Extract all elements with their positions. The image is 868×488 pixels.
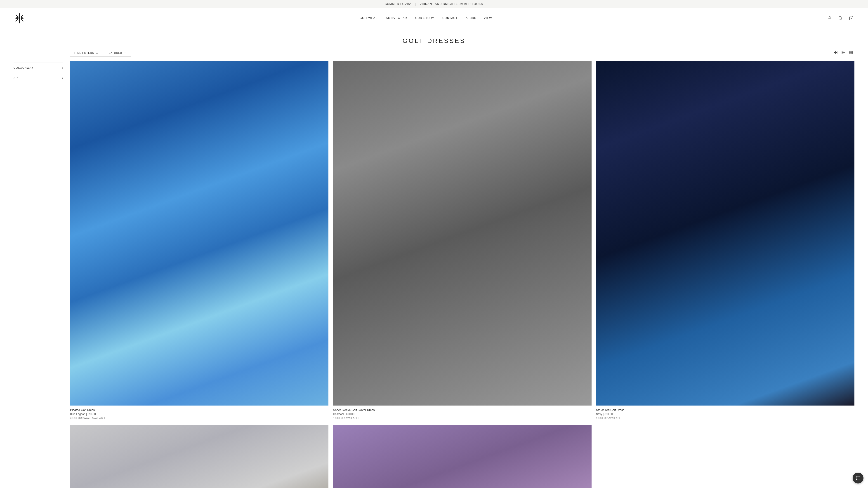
product-card[interactable]: Structured Golf Dress Navy | £90.00 1 CO… [596,61,855,419]
svg-rect-25 [842,53,843,54]
svg-rect-30 [851,51,852,52]
announcement-bar: SUMMER LOVIN' | VIBRANT AND BRIGHT SUMME… [0,0,868,8]
filter-size[interactable]: SIZE › [13,73,63,83]
main-content: COLOURWAY › SIZE › Pleated Golf Dress Bl… [0,61,868,488]
announcement-separator: | [415,2,416,6]
product-image [333,425,591,488]
logo-area[interactable] [13,12,25,24]
svg-marker-6 [21,14,24,17]
svg-marker-7 [16,19,18,22]
product-variant: Blue Lagoon [70,413,85,416]
page-title-section: GOLF DRESSES [0,28,868,49]
svg-rect-38 [851,53,852,54]
svg-point-9 [829,17,831,18]
grid-2col-button[interactable] [832,50,839,56]
svg-marker-3 [20,17,25,19]
svg-marker-4 [19,17,20,19]
site-header: GOLFWEAR ACTIVEWEAR OUR STORY CONTACT A … [0,8,868,28]
filter-bar: HIDE FILTERS FEATURED [0,49,868,57]
nav-activewear[interactable]: ACTIVEWEAR [386,17,407,20]
svg-rect-33 [850,52,851,53]
svg-rect-32 [849,52,850,53]
product-name: Structured Golf Dress [596,408,855,412]
product-card[interactable]: Pleated Golf Dress Docklands | £90.00 3 … [70,425,329,488]
svg-marker-1 [19,19,20,24]
product-colors: 1 COLOR AVAILABLE [596,417,855,419]
product-name: Pleated Golf Dress [70,408,329,412]
product-card[interactable]: Pleated Golf Dress Forget Me Not | £90.0… [333,425,591,488]
svg-rect-28 [849,51,850,52]
product-price: £90.00 [604,413,613,416]
account-icon [827,16,832,20]
svg-rect-26 [843,53,844,54]
svg-rect-36 [849,53,850,54]
grid-3col-icon [841,51,845,55]
svg-rect-20 [834,53,835,54]
svg-rect-37 [850,53,851,54]
chat-icon [856,476,861,481]
featured-button[interactable]: FEATURED [103,49,131,57]
account-button[interactable] [827,15,833,21]
product-detail: Blue Lagoon | £90.00 [70,413,329,416]
cart-button[interactable] [848,15,855,21]
hide-filters-button[interactable]: HIDE FILTERS [70,49,103,57]
nav-golfwear[interactable]: GOLFWEAR [360,17,378,20]
svg-marker-8 [21,19,24,22]
product-price: £90.00 [88,413,96,416]
product-variant: Charcoal [333,413,344,416]
filter-colourway-label: COLOURWAY [13,66,33,69]
product-detail: Navy | £90.00 [596,413,855,416]
chat-button[interactable] [852,473,864,484]
main-nav: GOLFWEAR ACTIVEWEAR OUR STORY CONTACT A … [360,17,492,20]
svg-rect-34 [851,52,852,53]
grid-4col-button[interactable] [848,50,855,56]
svg-rect-24 [844,51,845,52]
page-title: GOLF DRESSES [4,37,864,44]
nav-birdies-view[interactable]: A BIRDIE'S VIEW [466,17,492,20]
svg-rect-22 [842,51,843,52]
nav-our-story[interactable]: OUR STORY [415,17,434,20]
svg-rect-18 [834,51,835,52]
search-icon [838,16,843,20]
product-image [70,61,329,405]
filter-bar-left: HIDE FILTERS FEATURED [70,49,131,57]
product-image-placeholder [333,425,591,488]
product-image [333,61,591,405]
chevron-right-icon: › [62,76,63,80]
product-image [70,425,329,488]
svg-point-10 [839,17,842,20]
svg-marker-5 [16,14,18,17]
grid-4col-icon [849,51,853,55]
filter-icon [95,51,98,55]
product-colors: 3 COLOURWAYS AVAILABLE [70,417,329,419]
product-image [596,61,855,405]
svg-marker-0 [19,13,20,17]
sidebar-filters: COLOURWAY › SIZE › [13,61,63,488]
grid-view-buttons [832,50,855,56]
product-name: Sheer Sleeve Golf Skater Dress [333,408,591,412]
product-image-placeholder [596,61,855,405]
brand-logo [13,12,25,24]
sort-icon [123,51,127,55]
grid-2col-icon [834,51,838,55]
svg-rect-31 [852,51,852,52]
svg-rect-23 [843,51,844,52]
grid-3col-button[interactable] [840,50,847,56]
hide-filters-label: HIDE FILTERS [74,52,94,54]
filter-colourway[interactable]: COLOURWAY › [13,63,63,73]
product-image-placeholder [333,61,591,405]
product-price: £90.00 [346,413,354,416]
svg-rect-29 [850,51,851,52]
svg-rect-21 [836,53,837,54]
svg-rect-19 [836,51,837,52]
products-grid: Pleated Golf Dress Blue Lagoon | £90.00 … [70,61,855,488]
product-image-placeholder [70,61,329,405]
product-card[interactable]: Sheer Sleeve Golf Skater Dress Charcoal … [333,61,591,419]
search-button[interactable] [837,15,844,21]
announcement-text1: SUMMER LOVIN' [385,2,411,6]
nav-contact[interactable]: CONTACT [442,17,458,20]
product-card[interactable]: Pleated Golf Dress Blue Lagoon | £90.00 … [70,61,329,419]
svg-rect-27 [844,53,845,54]
header-icons [827,15,855,21]
cart-icon [849,16,854,20]
